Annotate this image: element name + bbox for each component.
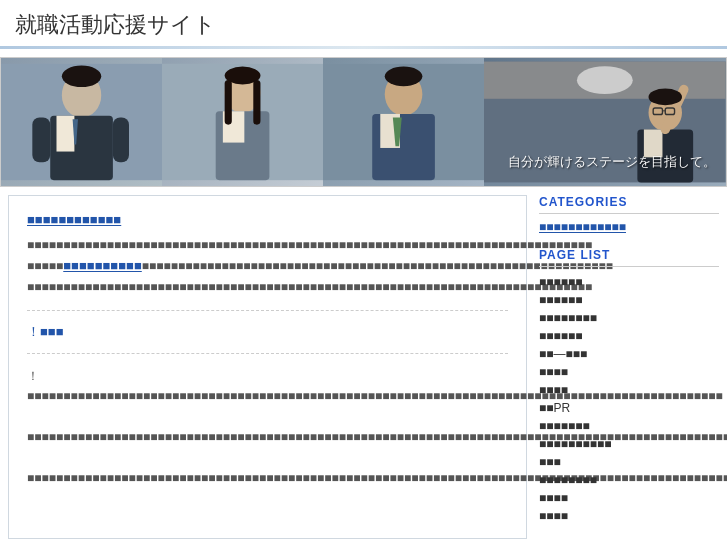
- header: 就職活動応援サイト: [0, 0, 727, 46]
- svg-point-20: [385, 67, 423, 87]
- svg-rect-14: [253, 80, 260, 125]
- content-layout: ■■■■■■■■■■■■ ■■■■■■■■■■■■■■■■■■■■■■■■■■■…: [0, 195, 727, 539]
- categories-link[interactable]: ■■■■■■■■■■■■: [539, 220, 719, 234]
- article-divider-2: [27, 353, 508, 354]
- page-list-item: ■■■■■■■: [539, 417, 719, 435]
- svg-rect-6: [113, 118, 129, 163]
- svg-rect-3: [56, 116, 74, 152]
- page-list-item: ■■■■: [539, 381, 719, 399]
- page-list-item: ■■PR: [539, 399, 719, 417]
- page-list-item: ■■■■■■: [539, 291, 719, 309]
- page-list-item: ■■■■■■■■■■: [539, 435, 719, 453]
- article2-subtitle: ！■■■: [27, 323, 508, 341]
- categories-heading: CATEGORIES: [539, 195, 719, 214]
- page-list-item: ■■■■: [539, 489, 719, 507]
- svg-rect-13: [225, 80, 232, 125]
- pagelist-heading: PAGE LIST: [539, 248, 719, 267]
- page-list-item: ■■■■■■: [539, 273, 719, 291]
- hero-banner: 自分が輝けるステージを目指して。: [0, 57, 727, 187]
- site-title: 就職活動応援サイト: [15, 10, 712, 40]
- page-list-item: ■■■■: [539, 363, 719, 381]
- sidebar-categories-section: CATEGORIES ■■■■■■■■■■■■: [539, 195, 719, 234]
- sidebar: CATEGORIES ■■■■■■■■■■■■ PAGE LIST ■■■■■■…: [539, 195, 719, 539]
- page-list-item: ■■■■■■: [539, 327, 719, 345]
- svg-point-7: [62, 66, 101, 87]
- article1-body: ■■■■■■■■■■■■■■■■■■■■■■■■■■■■■■■■■■■■■■■■…: [27, 235, 508, 298]
- header-divider: [0, 46, 727, 49]
- svg-rect-5: [32, 118, 50, 163]
- svg-point-31: [649, 89, 682, 106]
- svg-point-23: [577, 66, 633, 94]
- banner-panel-1: [1, 58, 162, 186]
- sidebar-pagelist-section: PAGE LIST ■■■■■■■■■■■■■■■■■■■■■■■■■■■■—■…: [539, 248, 719, 525]
- banner-panel-2: [162, 58, 323, 186]
- page-list-item: ■■■■■■■■: [539, 309, 719, 327]
- page-list-item: ■■—■■■: [539, 345, 719, 363]
- banner-panel-4: 自分が輝けるステージを目指して。: [484, 58, 726, 186]
- main-content: ■■■■■■■■■■■■ ■■■■■■■■■■■■■■■■■■■■■■■■■■■…: [8, 195, 527, 539]
- banner-tagline: 自分が輝けるステージを目指して。: [508, 153, 716, 171]
- article1-title[interactable]: ■■■■■■■■■■■■: [27, 212, 508, 227]
- page-list-item: ■■■: [539, 453, 719, 471]
- banner-panel-3: [323, 58, 484, 186]
- page-list-item: ■■■■: [539, 507, 719, 525]
- page-list-item: ■■■■■■■■: [539, 471, 719, 489]
- article-divider: [27, 310, 508, 311]
- article1-inline-link[interactable]: ■■■■■■■■■■: [63, 258, 142, 273]
- page-list: ■■■■■■■■■■■■■■■■■■■■■■■■■■■■—■■■■■■■■■■■…: [539, 273, 719, 525]
- article2-body: ！■■■■■■■■■■■■■■■■■■■■■■■■■■■■■■■■■■■■■■■…: [27, 366, 508, 488]
